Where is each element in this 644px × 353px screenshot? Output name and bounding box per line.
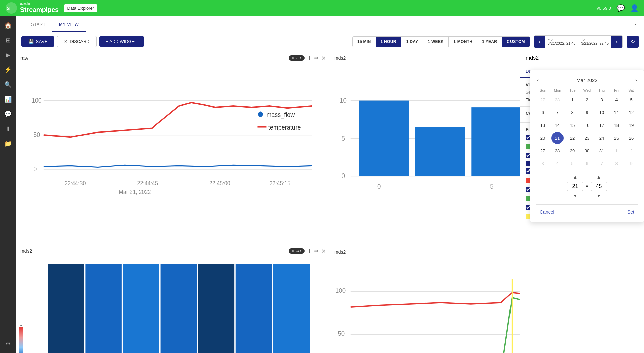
cal-day-4[interactable]: 4 — [610, 94, 623, 106]
cal-day-28[interactable]: 28 — [551, 145, 564, 157]
right-panel-title: mds2 — [520, 51, 644, 65]
widget-mds2-heatmap-close[interactable]: ✕ — [321, 248, 326, 254]
cal-day-8-next[interactable]: 8 — [610, 157, 623, 169]
notifications-icon[interactable]: 💬 — [616, 4, 625, 12]
cal-day-29[interactable]: 29 — [566, 145, 578, 157]
sidebar-chat-icon[interactable]: 💬 — [1, 107, 15, 121]
user-icon[interactable]: 👤 — [630, 4, 639, 12]
widget-mds2-heatmap-header: mds2 0.24s ⬇ ✏ ✕ — [16, 244, 330, 258]
cal-day-21[interactable]: 21 — [551, 132, 564, 144]
sidebar-folder-icon[interactable]: 📁 — [1, 137, 15, 150]
cal-day-9-next[interactable]: 9 — [625, 157, 637, 169]
cal-day-13[interactable]: 13 — [537, 119, 549, 131]
cal-day-19[interactable]: 19 — [625, 119, 637, 131]
sidebar-play-icon[interactable]: ▶ — [1, 48, 15, 62]
date-nav-prev[interactable]: ‹ — [534, 36, 545, 48]
date-nav-next[interactable]: › — [611, 36, 622, 48]
cal-day-2-next[interactable]: 2 — [625, 145, 637, 157]
refresh-button[interactable]: ↻ — [627, 36, 639, 48]
cal-day-2[interactable]: 2 — [581, 94, 593, 106]
sidebar-bolt-icon[interactable]: ⚡ — [1, 63, 15, 77]
cal-day-18[interactable]: 18 — [610, 119, 623, 131]
svg-text:22:45:00: 22:45:00 — [209, 180, 230, 187]
cal-day-3[interactable]: 3 — [596, 94, 608, 106]
cal-prev-button[interactable]: ‹ — [536, 75, 540, 84]
time-separator: • — [586, 183, 588, 190]
time-minute-down[interactable]: ▼ — [596, 192, 602, 199]
cal-day-5-next[interactable]: 5 — [566, 157, 578, 169]
cal-day-7-next[interactable]: 7 — [596, 157, 608, 169]
cal-day-27-prev[interactable]: 27 — [537, 94, 549, 106]
time-hour-input[interactable] — [567, 182, 583, 191]
cal-next-button[interactable]: › — [634, 75, 638, 84]
tab-start[interactable]: START — [24, 18, 52, 32]
svg-rect-23 — [359, 101, 409, 176]
cal-day-24[interactable]: 24 — [596, 132, 608, 144]
widget-raw-edit[interactable]: ✏ — [314, 55, 319, 61]
time-btn-1month[interactable]: 1 MONTH — [449, 37, 477, 47]
cal-day-7[interactable]: 7 — [551, 106, 564, 118]
widget-mds2-heatmap-edit[interactable]: ✏ — [314, 248, 319, 254]
widget-raw-badge: 0.25s — [289, 55, 305, 61]
sidebar-grid-icon[interactable]: ⊞ — [1, 34, 15, 47]
cal-day-8[interactable]: 8 — [566, 106, 578, 118]
widget-raw-title: raw — [20, 55, 28, 61]
time-minute-up[interactable]: ▲ — [596, 173, 602, 180]
cal-day-27[interactable]: 27 — [537, 145, 549, 157]
svg-rect-36 — [236, 264, 272, 353]
cal-day-26[interactable]: 26 — [625, 132, 637, 144]
time-btn-15min[interactable]: 15 MIN — [353, 37, 376, 47]
time-btn-custom[interactable]: CUSTOM — [502, 37, 530, 47]
cal-day-6-next[interactable]: 6 — [581, 157, 593, 169]
save-button[interactable]: 💾 SAVE — [21, 36, 54, 47]
sidebar-home-icon[interactable]: 🏠 — [1, 19, 15, 32]
sidebar-settings-icon[interactable]: ⚙ — [1, 337, 15, 350]
cal-day-3-next[interactable]: 3 — [537, 157, 549, 169]
svg-rect-24 — [415, 127, 465, 176]
widget-raw-close[interactable]: ✕ — [321, 55, 326, 61]
cal-day-31[interactable]: 31 — [596, 145, 608, 157]
cal-day-1[interactable]: 1 — [566, 94, 578, 106]
time-btn-1hour[interactable]: 1 HOUR — [376, 37, 401, 47]
widget-raw-download[interactable]: ⬇ — [307, 55, 312, 61]
cal-day-14[interactable]: 14 — [551, 119, 564, 131]
cal-day-12[interactable]: 12 — [625, 106, 637, 118]
cal-day-10[interactable]: 10 — [596, 106, 608, 118]
cal-day-1-next[interactable]: 1 — [610, 145, 623, 157]
date-range-display: ‹ From 3/21/2022, 21:45 To 3/21/2022, 22… — [534, 35, 623, 48]
time-minute-input[interactable] — [591, 182, 607, 191]
cal-day-30[interactable]: 30 — [581, 145, 593, 157]
add-widget-button[interactable]: + ADD WIDGET — [99, 36, 144, 47]
cal-day-25[interactable]: 25 — [610, 132, 623, 144]
field-sensorfaultflags-color — [526, 214, 530, 219]
cal-day-4-next[interactable]: 4 — [551, 157, 564, 169]
calendar-set-button[interactable]: Set — [623, 207, 638, 217]
svg-text:50: 50 — [338, 330, 345, 337]
cal-day-15[interactable]: 15 — [566, 119, 578, 131]
time-btn-1week[interactable]: 1 WEEK — [423, 37, 449, 47]
cal-day-16[interactable]: 16 — [581, 119, 593, 131]
time-hour-down[interactable]: ▼ — [572, 192, 578, 199]
cal-day-5[interactable]: 5 — [625, 94, 637, 106]
tab-more-button[interactable]: ⋮ — [632, 20, 639, 28]
widget-mds2-heatmap-download[interactable]: ⬇ — [307, 248, 312, 254]
sidebar-chart-icon[interactable]: 📊 — [1, 93, 15, 106]
calendar-month-title: Mar 2022 — [576, 77, 597, 83]
cal-day-28-prev[interactable]: 28 — [551, 94, 564, 106]
cal-day-6[interactable]: 6 — [537, 106, 549, 118]
time-btn-1year[interactable]: 1 YEAR — [477, 37, 502, 47]
cal-day-17[interactable]: 17 — [596, 119, 608, 131]
time-btn-1day[interactable]: 1 DAY — [401, 37, 423, 47]
svg-rect-33 — [123, 264, 159, 353]
calendar-cancel-button[interactable]: Cancel — [536, 207, 558, 217]
cal-day-22[interactable]: 22 — [566, 132, 578, 144]
sidebar-search-icon[interactable]: 🔍 — [1, 78, 15, 91]
tab-my-view[interactable]: MY VIEW — [52, 18, 86, 32]
cal-day-20[interactable]: 20 — [537, 132, 549, 144]
cal-day-9[interactable]: 9 — [581, 106, 593, 118]
time-hour-up[interactable]: ▲ — [572, 173, 578, 180]
sidebar-download-icon[interactable]: ⬇ — [1, 122, 15, 136]
cal-day-23[interactable]: 23 — [581, 132, 593, 144]
cal-day-11[interactable]: 11 — [610, 106, 623, 118]
discard-button[interactable]: ✕ DISCARD — [57, 36, 97, 47]
